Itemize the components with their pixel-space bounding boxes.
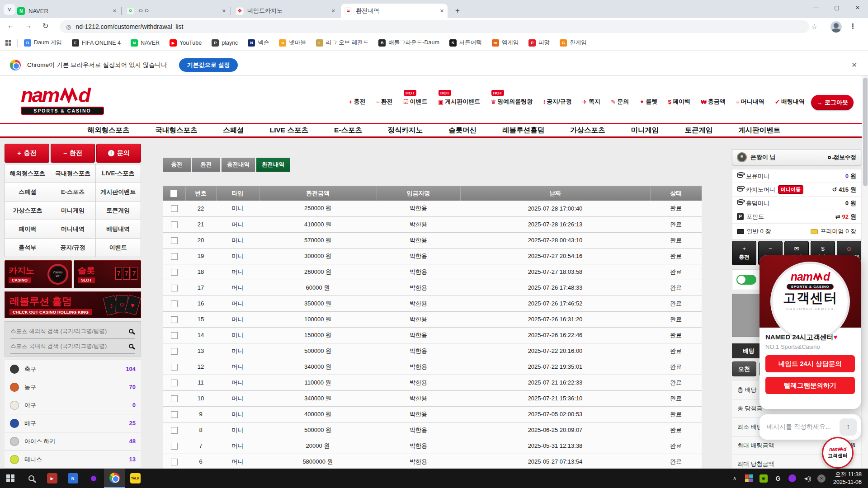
row-checkbox[interactable]	[171, 221, 178, 228]
sidebar-menu-item[interactable]: 토큰게임	[96, 202, 141, 220]
reload-icon[interactable]: ↻	[42, 22, 48, 30]
bookmark-item[interactable]: N NAVER	[131, 39, 160, 47]
row-checkbox[interactable]	[171, 253, 178, 260]
taskbar-app-tv[interactable]: ▶	[42, 469, 62, 488]
slot-banner[interactable]: 슬롯 SLOT 777	[74, 260, 141, 288]
panel-button[interactable]: + 충전	[732, 241, 756, 265]
nav-item[interactable]: 토큰게임	[684, 126, 712, 135]
tab-deposit-history[interactable]: 충전내역	[222, 158, 255, 172]
tab-close-icon[interactable]: ✕	[113, 8, 117, 14]
row-checkbox[interactable]	[171, 205, 178, 212]
sidebar-menu-item[interactable]: 국내형스포츠	[50, 164, 95, 183]
sport-list-item[interactable]: 축구 104	[5, 360, 141, 378]
minimize-button[interactable]: —	[806, 0, 826, 15]
header-quick-link[interactable]: ₩ 충금액	[701, 98, 725, 106]
bookmark-item[interactable]: B 배틀그라운드-Daum	[378, 39, 439, 47]
tray-purple-app-icon[interactable]	[785, 469, 800, 488]
nav-item[interactable]: E-스포츠	[334, 126, 362, 135]
nav-item[interactable]: 스페셜	[223, 126, 244, 135]
row-checkbox[interactable]	[171, 364, 178, 371]
nav-item[interactable]: 가상스포츠	[570, 126, 605, 135]
header-quick-link[interactable]: ✦ 룰렛	[640, 98, 658, 106]
tab-withdraw[interactable]: 환전	[192, 158, 220, 172]
bookmark-item[interactable]: ▶ YouTube	[170, 39, 202, 47]
row-checkbox[interactable]	[171, 459, 178, 465]
edit-profile-button[interactable]: 정보수정	[828, 154, 856, 161]
sidebar-withdraw-button[interactable]: − 환전	[51, 144, 95, 163]
sport-list-item[interactable]: 야구 0	[5, 396, 141, 414]
header-quick-link[interactable]: HOT ☑ 이벤트	[403, 98, 428, 106]
apps-grid-icon[interactable]	[5, 40, 11, 46]
set-default-button[interactable]: 기본값으로 설정	[179, 58, 238, 72]
taskbar-chrome-active[interactable]	[104, 469, 125, 488]
sidebar-menu-item[interactable]: LIVE-스포츠	[96, 164, 141, 183]
sidebar-menu-item[interactable]: 이벤트	[96, 239, 141, 257]
sidebar-inquiry-button[interactable]: ! 문의	[96, 144, 141, 163]
sports-search-overseas[interactable]: 스포츠 해외식 검색 (국가/리그명/팀명)	[10, 324, 135, 339]
browser-tab-active[interactable]: ≈ 환전내역 ✕	[341, 4, 448, 18]
search-icon[interactable]	[129, 329, 133, 333]
row-checkbox[interactable]	[171, 411, 178, 418]
close-button[interactable]: ✕	[847, 0, 868, 15]
logitech-g-icon[interactable]: G	[771, 469, 785, 488]
taskbar-app-media[interactable]	[83, 469, 104, 488]
row-checkbox[interactable]	[171, 380, 178, 386]
row-checkbox[interactable]	[171, 395, 178, 402]
bookmark-item[interactable]: n 넷마블	[279, 39, 306, 47]
header-quick-link[interactable]: ✔ 배팅내역	[775, 98, 805, 106]
taskbar-app-blue[interactable]: N	[62, 469, 83, 488]
volume-icon[interactable]: ◄))	[800, 469, 814, 488]
sidebar-menu-item[interactable]: 해외형스포츠	[5, 164, 50, 183]
telegram-inquiry-button[interactable]: 텔레그램문의하기	[765, 377, 855, 394]
tray-color-app-icon[interactable]	[742, 469, 756, 488]
row-checkbox[interactable]	[171, 443, 178, 450]
header-quick-link[interactable]: $ 페이백	[668, 98, 690, 106]
taskbar-clock[interactable]: 오전 11:38 2025-11-06	[833, 471, 862, 486]
forward-icon[interactable]: →	[25, 22, 32, 30]
row-checkbox[interactable]	[171, 316, 178, 323]
profile-avatar[interactable]	[830, 21, 842, 33]
scrollbar-thumb[interactable]	[863, 78, 868, 186]
nav-item[interactable]: 미니게임	[631, 126, 659, 135]
row-checkbox[interactable]	[171, 427, 178, 434]
bookmark-star-icon[interactable]: ☆	[811, 23, 817, 31]
sidebar-menu-item[interactable]: 게시판이벤트	[96, 183, 141, 201]
toggle-switch[interactable]	[736, 275, 756, 285]
header-quick-link[interactable]: ✈ 쪽지	[582, 98, 600, 106]
maximize-button[interactable]: ▢	[826, 0, 847, 15]
tray-close-icon[interactable]: ✕	[814, 469, 829, 488]
back-icon[interactable]: ←	[7, 22, 14, 30]
bookmark-item[interactable]: P plaync	[212, 39, 238, 47]
holdem-banner[interactable]: 레볼루션 홀덤 CHECK OUT CASINO ROLLING KING J …	[5, 291, 141, 318]
chat-input[interactable]: 메시지를 작성하세요...	[767, 423, 831, 431]
sport-list-item[interactable]: 테니스 13	[5, 450, 141, 469]
sidebar-menu-item[interactable]: 머니내역	[50, 220, 95, 238]
sidebar-deposit-button[interactable]: + 충전	[5, 144, 49, 163]
header-quick-link[interactable]: − 환전	[376, 98, 393, 106]
sidebar-menu-item[interactable]: 배팅내역	[96, 220, 141, 238]
site-info-icon[interactable]: ◎	[66, 23, 71, 30]
row-checkbox[interactable]	[171, 237, 178, 244]
header-quick-link[interactable]: ! 공지/규정	[543, 98, 572, 106]
bookmark-item[interactable]: G 한게임	[560, 39, 587, 47]
sidebar-menu-item[interactable]: 공지/규정	[50, 239, 95, 257]
send-icon[interactable]: ↑	[840, 418, 857, 436]
nvidia-icon[interactable]: ◉	[756, 469, 771, 488]
sports-search-domestic[interactable]: 스포츠 국내식 검색 (국가/리그명/팀명)	[10, 339, 135, 354]
url-field[interactable]: ◎ nd-1212.com/customer/withdrawal_list	[60, 20, 809, 33]
sport-list-item[interactable]: 아이스 하키 48	[5, 432, 141, 450]
row-checkbox[interactable]	[171, 332, 178, 339]
browser-tab[interactable]: N NAVER ✕	[14, 4, 120, 18]
nav-item[interactable]: 국내형스포츠	[155, 126, 197, 135]
amount-button-5000[interactable]: 오천	[732, 361, 756, 376]
bookmark-item[interactable]: m 엠게임	[492, 39, 519, 47]
nav-item[interactable]: 슬롯머신	[448, 126, 476, 135]
tray-expand-icon[interactable]: ∧	[727, 469, 742, 488]
nav-item[interactable]: LIVE 스포츠	[270, 126, 308, 135]
nav-item[interactable]: 레볼루션홀덤	[502, 126, 544, 135]
search-icon[interactable]	[129, 344, 133, 348]
tab-close-icon[interactable]: ✕	[222, 8, 226, 14]
customer-center-badge[interactable]: namd 고객센터	[822, 437, 854, 469]
sidebar-menu-item[interactable]: E-스포츠	[50, 183, 95, 201]
sport-list-item[interactable]: 농구 70	[5, 378, 141, 396]
